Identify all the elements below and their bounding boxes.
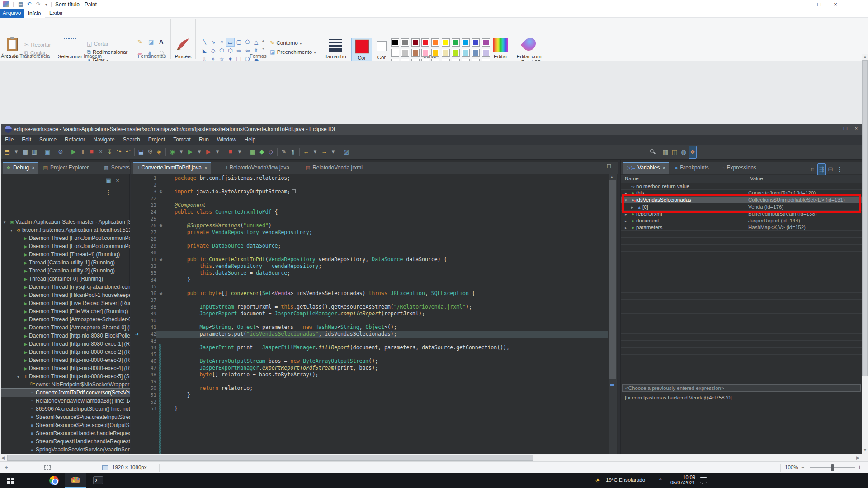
shapes-scroll-down-icon[interactable]: ▾ [262, 47, 264, 51]
redo-icon[interactable]: ↷ [36, 1, 41, 7]
tab-breakpoints[interactable]: ●Breakpoints [671, 162, 712, 174]
shape-icon[interactable]: ∿ [209, 38, 217, 47]
new-project-icon[interactable]: ⬓ [137, 146, 145, 158]
view-layout-icon[interactable]: ▣ [104, 175, 113, 187]
palette-color-swatch[interactable] [462, 49, 470, 57]
shape-icon[interactable]: ⬠ [243, 38, 252, 47]
quick-access-dropdown-icon[interactable]: ▾ [45, 2, 47, 7]
run-dropdown-icon[interactable]: ▾ [195, 146, 203, 158]
undo-icon[interactable]: ↶ [27, 1, 32, 7]
tab-arquivo[interactable]: Arquivo [0, 9, 24, 18]
weather-text[interactable]: 19°C Ensolarado [606, 477, 645, 483]
variables-row[interactable]: ▸●documentJasperReport (id=144) [621, 217, 862, 224]
text-tool-icon[interactable]: A [159, 38, 163, 45]
tab-relatoriovendaview.java[interactable]: JRelatorioVendaView.java [221, 162, 293, 174]
editor-vscrollbar[interactable]: ▴ [609, 174, 617, 473]
debug-launch-icon[interactable]: ◉ [168, 146, 176, 158]
step-over-icon[interactable]: ↷ [115, 146, 123, 158]
palette-color-swatch[interactable] [452, 38, 460, 47]
show-logical-structure-icon[interactable]: ⇶ [817, 163, 826, 176]
palette-color-swatch[interactable] [482, 49, 490, 57]
menu-help[interactable]: Help [241, 135, 260, 144]
close-tab-icon[interactable]: × [204, 165, 207, 170]
external-dropdown-icon[interactable]: ▾ [236, 146, 244, 158]
tab-variables[interactable]: (x)=Variables× [623, 162, 669, 174]
debug-tree-item[interactable]: ▶Thread [Catalina-utility-2] (Running) [1, 267, 130, 275]
variables-empty-row[interactable] [621, 375, 862, 382]
menu-window[interactable]: Window [213, 135, 241, 144]
variables-empty-row[interactable] [621, 231, 862, 238]
show-whitespace-icon[interactable]: ¶ [289, 146, 297, 158]
zoom-in-button[interactable]: + [858, 464, 861, 470]
debug-tree-item[interactable]: ▾‖Daemon Thread [http-nio-8080-exec-5] (… [1, 372, 130, 380]
shapes-scroll-up-icon[interactable]: ▴ [262, 38, 264, 42]
cut-button[interactable]: ✂ Recortar [24, 40, 51, 48]
menu-search[interactable]: Search [119, 135, 144, 144]
forward-icon[interactable]: → [320, 146, 328, 158]
debug-tree-item[interactable]: ▶Daemon Thread [mysql-cj-abandoned-conne… [1, 283, 130, 291]
palette-color-swatch[interactable] [431, 38, 439, 47]
resize-button[interactable]: ⧉ Redimensionar [87, 47, 127, 56]
variables-empty-row[interactable] [621, 252, 862, 258]
debug-tree-item[interactable]: owns: NioEndpoint$NioSocketWrapper (id=1… [1, 380, 130, 389]
outline-button[interactable]: ✎ Contorno ▾ [270, 38, 302, 47]
debug-tree-item[interactable]: ▶Daemon Thread [Atmosphere-Shared-0] (Ru… [1, 324, 130, 332]
variables-empty-row[interactable] [621, 265, 862, 272]
palette-color-swatch[interactable] [442, 49, 450, 57]
menu-edit[interactable]: Edit [18, 135, 35, 144]
palette-color-swatch[interactable] [462, 38, 470, 47]
debug-tree-item[interactable]: ≡ConverteJrxmlToPdf.conversor(Set<Venda>… [1, 389, 130, 397]
back-dropdown-icon[interactable]: ▾ [311, 146, 319, 158]
code-editor[interactable]: 1package br.com.fjsistemas.relatorios;23… [131, 174, 608, 473]
tab-exibir[interactable]: Exibir [45, 9, 67, 18]
tab-servers[interactable]: ▦Servers [100, 162, 133, 174]
variables-empty-row[interactable] [621, 279, 862, 286]
folded-region-icon[interactable] [292, 189, 296, 193]
ant-icon[interactable]: ⚙ [146, 146, 154, 158]
menu-run[interactable]: Run [195, 135, 213, 144]
debug-tree-item[interactable]: ▶Daemon Thread [Thread-4] (Running) [1, 250, 130, 258]
variables-empty-row[interactable] [621, 293, 862, 300]
menu-source[interactable]: Source [35, 135, 61, 144]
palette-color-swatch[interactable] [472, 38, 480, 47]
debug-dropdown-icon[interactable]: ▾ [177, 146, 185, 158]
external-tools-icon[interactable]: ■ [226, 146, 235, 158]
save-icon[interactable]: ▤ [21, 146, 29, 158]
java-ee-perspective-icon[interactable]: ◫ [670, 146, 679, 158]
suspend-icon[interactable]: ‖ [79, 146, 87, 158]
paint-maximize-button[interactable]: ☐ [811, 0, 827, 9]
debug-tree-item[interactable]: ▶Thread [container-0] (Running) [1, 275, 130, 283]
back-icon[interactable]: ← [302, 146, 310, 158]
annotate-icon[interactable]: ✎ [280, 146, 288, 158]
shape-icon[interactable]: ◣ [200, 47, 209, 55]
profile-launch-icon[interactable]: ▶ [204, 146, 212, 158]
taskbar-paint-button[interactable] [65, 473, 86, 488]
debug-tree-item[interactable]: ▶Daemon Thread [http-nio-8080-exec-1] (R… [1, 340, 130, 348]
palette-color-swatch[interactable] [482, 38, 490, 47]
variables-empty-row[interactable] [621, 258, 862, 265]
crop-button[interactable]: ◱ Cortar [87, 39, 108, 47]
debug-tree-item[interactable]: ≡86590674.createInputStream() line: not … [1, 405, 130, 413]
palette-color-swatch[interactable] [421, 38, 429, 47]
variables-empty-row[interactable] [621, 245, 862, 252]
view-menu-icon[interactable]: ⋮ [104, 187, 113, 198]
debug-tree-item[interactable]: ≡StreamRequestHandler.handleRequest(Vaad… [1, 437, 130, 446]
debug-tree-item[interactable]: ▶Daemon Thread [http-nio-8080-BlockPolle… [1, 332, 130, 340]
profile-dropdown-icon[interactable]: ▾ [213, 146, 222, 158]
magnifier-icon[interactable] [159, 50, 165, 57]
debug-tree-item[interactable]: ▶Daemon Thread [http-nio-8080-exec-3] (R… [1, 356, 130, 364]
color-picker-icon[interactable]: ⧫ [148, 50, 151, 57]
palette-color-swatch[interactable] [391, 49, 399, 57]
palette-color-swatch[interactable] [442, 38, 450, 47]
variables-empty-row[interactable] [621, 307, 862, 314]
expression-combo[interactable]: <Choose a previously entered expression> [622, 384, 861, 392]
paint-close-button[interactable]: × [827, 0, 844, 9]
debug-perspective-icon[interactable]: ❖ [689, 146, 697, 159]
variables-empty-row[interactable] [621, 348, 862, 355]
debug-tree-item[interactable]: ≡StreamResource$Pipe.createInputStream(V… [1, 413, 130, 421]
weather-sun-icon[interactable]: ☀ [595, 477, 601, 484]
eraser-icon[interactable]: ▰ [137, 50, 142, 57]
menu-file[interactable]: File [1, 135, 18, 144]
new-interface-icon[interactable]: ◇ [267, 146, 275, 158]
debug-tree-item[interactable]: ▶Daemon Thread [http-nio-8080-exec-2] (R… [1, 348, 130, 356]
